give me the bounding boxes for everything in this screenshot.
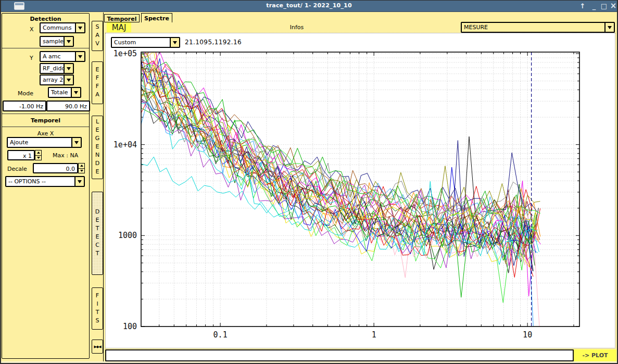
detection-title: Detection [2,16,89,22]
decale-field[interactable]: 0.0 [33,163,78,173]
spin-down-button[interactable] [79,169,84,173]
plot-button[interactable]: -> PLOT [574,349,616,361]
infos-label: Infos [281,24,312,31]
chevron-down-icon[interactable] [74,177,84,186]
tab-spectre[interactable]: Spectre [141,13,172,22]
tab-temporel[interactable]: Temporel [104,14,140,22]
spin-up-button[interactable] [35,150,41,156]
decale-stepper[interactable] [78,163,85,173]
fits-button[interactable]: FITS [92,287,103,330]
legende-button[interactable]: LEGENDE [92,116,103,179]
spin-up-button[interactable] [79,164,84,169]
max-label: Max : NA [53,152,78,159]
spectrum-plot[interactable]: 10010001e+041e+050.1110 [106,33,615,348]
status-input[interactable] [105,349,574,361]
chevron-down-icon[interactable] [170,38,179,47]
chevron-down-icon[interactable] [604,23,614,32]
chevron-down-icon[interactable] [64,76,73,84]
mode-dropdown[interactable]: Totale [48,87,81,98]
multiplier-stepper[interactable] [35,150,42,160]
x-axis-label: X [30,26,34,33]
options-dropdown[interactable]: -- OPTIONS -- [5,176,85,187]
chevron-down-icon[interactable] [64,64,73,73]
mode-label: Mode [18,90,33,97]
multiplier-field[interactable]: x 1 [7,150,35,160]
svg-text:1e+05: 1e+05 [113,49,137,58]
minimize-icon: _ [592,2,596,10]
svg-text:100: 100 [123,322,137,331]
cursor-coordinates: 21.1095,1192.16 [185,39,242,46]
y-source-dropdown[interactable]: A amc [40,51,85,62]
x-source-dropdown[interactable]: Communs [40,22,85,33]
sample-dropdown[interactable]: sample [40,36,74,47]
maj-button[interactable]: MAJ [107,22,131,32]
window-title: trace_tout/ 1- 2022_10_10 [0,2,618,9]
decale-label: Decale [7,166,27,172]
rf-didq-dropdown[interactable]: RF_didq [40,63,74,74]
shade-icon: ↑ [580,2,586,10]
mesure-dropdown[interactable]: MESURE [461,22,615,33]
effa-button[interactable]: EFFA [92,61,103,104]
chevron-down-icon[interactable] [71,88,80,97]
divider [2,114,89,114]
svg-text:10: 10 [523,330,532,340]
divider [2,127,89,127]
fit-icon: ▶◆◀ [94,345,100,349]
spin-down-button[interactable] [35,156,41,160]
detect-button[interactable]: DETECT [92,192,103,275]
temporel-title: Temporel [2,117,89,124]
sav-button[interactable]: SAV [92,21,103,51]
y-axis-label: Y [30,55,33,61]
freq-min-field[interactable]: -1.00 Hz [3,101,46,111]
minimize-button[interactable]: _ [589,1,599,10]
status-bar [0,361,618,364]
chevron-down-icon[interactable] [71,138,81,147]
detection-panel: Detection X Communs sample Y A amc RF_di… [2,13,90,359]
chevron-down-icon[interactable] [75,52,84,61]
maximize-icon: □ [601,2,607,10]
svg-text:0.1: 0.1 [213,330,228,340]
axe-x-dropdown[interactable]: Ajoute [7,137,82,148]
chevron-down-icon[interactable] [75,23,84,32]
svg-text:1000: 1000 [118,231,137,240]
close-icon: × [610,1,617,10]
divider [2,48,89,48]
freq-max-field[interactable]: 90.0 Hz [46,101,90,111]
divider [103,12,104,361]
svg-text:1e+04: 1e+04 [113,140,137,149]
chevron-down-icon[interactable] [64,37,73,46]
scale-preset-dropdown[interactable]: Custom [111,37,180,48]
maximize-button[interactable]: □ [599,1,609,10]
shade-button[interactable]: ↑ [578,1,587,10]
close-button[interactable]: × [609,1,618,10]
array-dropdown[interactable]: array 2 [40,74,74,85]
axe-x-label: Axe X [2,130,89,137]
fit-view-button[interactable]: ▶◆◀ [92,340,103,354]
svg-text:1: 1 [372,330,376,340]
title-bar: trace_tout/ 1- 2022_10_10 ↑ _ □ × [0,0,618,12]
